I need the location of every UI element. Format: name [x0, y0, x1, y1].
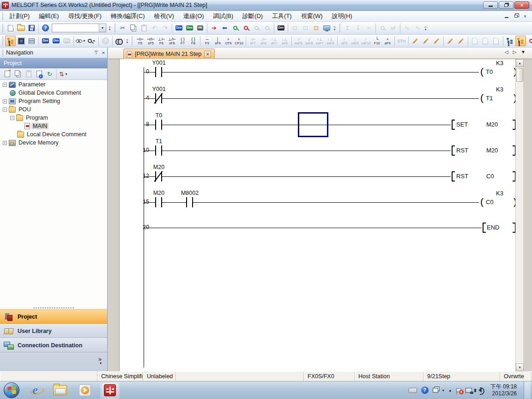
tab-close-icon[interactable]: ×: [204, 51, 211, 58]
document-view-2-button[interactable]: [480, 36, 491, 46]
document-view-3-button[interactable]: [491, 36, 502, 46]
contact-closed[interactable]: [155, 171, 162, 181]
instruction-op[interactable]: SET: [456, 121, 468, 128]
pulse-close-contact-button[interactable]: ↓⊢sF8: [258, 36, 269, 46]
wave-display-1-button[interactable]: ∿: [402, 23, 412, 33]
keyword-combo-dropdown-icon[interactable]: ▼: [99, 24, 106, 32]
tree-item-parameter[interactable]: +Parameter: [0, 80, 107, 89]
tree-expand-icon[interactable]: +: [3, 99, 7, 103]
menu-1[interactable]: 編輯(E): [34, 11, 63, 21]
toolbar-grip[interactable]: [1, 36, 4, 45]
copy-button[interactable]: [128, 23, 139, 33]
taskbar-internet-explorer[interactable]: e: [26, 382, 44, 399]
view-button-project[interactable]: Project: [0, 309, 107, 324]
transfer-setup-1-button[interactable]: ⊡: [290, 23, 300, 33]
cut-button[interactable]: ✂: [117, 23, 128, 33]
write-to-plc-button[interactable]: ➔: [209, 23, 219, 33]
refresh-view-button[interactable]: ↻: [44, 69, 55, 79]
help-tray-icon[interactable]: ?: [421, 387, 429, 394]
menu-grip[interactable]: [1, 12, 4, 19]
restore-button[interactable]: [499, 1, 514, 9]
edit-contact-mode-button[interactable]: [410, 36, 421, 46]
device-write-button[interactable]: Dev: [276, 23, 286, 33]
start-button[interactable]: [4, 382, 19, 398]
save-project-button[interactable]: [26, 23, 37, 33]
tree-item-main[interactable]: MAIN: [0, 122, 107, 130]
tab-list-dropdown-icon[interactable]: ▼: [521, 49, 526, 54]
edit-cursor-box[interactable]: [298, 112, 328, 137]
edit-coil-mode-button[interactable]: [421, 36, 431, 46]
function-block-list-button[interactable]: [26, 36, 37, 46]
tree-expand-icon[interactable]: −: [10, 116, 14, 120]
trace-search-button[interactable]: [377, 23, 388, 33]
toolbar-grip[interactable]: [339, 24, 341, 32]
panel-splitter[interactable]: [0, 306, 107, 309]
menu-4[interactable]: 檢視(V): [150, 11, 179, 21]
menu-7[interactable]: 診斷(D): [238, 11, 267, 21]
tray-dropdown-icon[interactable]: ▾: [442, 388, 444, 393]
taskbar-windows-explorer[interactable]: [51, 382, 69, 399]
navigation-window-button[interactable]: [5, 36, 16, 46]
application-instruction-button[interactable]: { }F8: [188, 36, 199, 46]
pulse-contact-button[interactable]: ↑⊢sF7: [248, 36, 258, 46]
edit-block-mode-button[interactable]: [431, 36, 442, 46]
data-property-button[interactable]: [34, 69, 44, 79]
free-line-button[interactable]: └F10: [372, 36, 382, 46]
falling-input-button[interactable]: ↓caF5: [350, 36, 360, 46]
remote-operation-button[interactable]: [321, 23, 332, 33]
delete-horizontal-line-button[interactable]: ×CF9: [223, 36, 234, 46]
monitor-pause-button[interactable]: [251, 23, 262, 33]
transfer-setup-2-button[interactable]: ⊡: [300, 23, 311, 33]
tree-expand-icon[interactable]: −: [3, 108, 7, 112]
delete-vertical-line-button[interactable]: ×CF10: [234, 36, 244, 46]
toolbar-overflow-button[interactable]: »▾: [423, 23, 428, 33]
sampling-trace-down-button[interactable]: ↧: [353, 23, 363, 33]
device-zoom-button[interactable]: ▼: [86, 36, 97, 46]
navigation-grip[interactable]: [1, 49, 4, 56]
taskbar-clock[interactable]: 下午 09:18 2012/3/26: [488, 383, 520, 397]
instruction-device-label[interactable]: M20: [486, 147, 498, 154]
toolbar-overflow-button[interactable]: »▾: [125, 36, 130, 46]
coil-device-label[interactable]: T0: [486, 68, 493, 75]
more-views-button[interactable]: » ▾: [0, 352, 107, 370]
document-view-1-button[interactable]: [470, 36, 480, 46]
open-branch-button[interactable]: ⊥⊢F6: [156, 36, 167, 46]
instruction-device-label[interactable]: M20: [486, 121, 498, 128]
contact-open[interactable]: [155, 67, 162, 77]
show-desktop-button[interactable]: [524, 381, 530, 399]
device-cc-link-button[interactable]: Dev: [61, 36, 72, 46]
wave-display-2-button[interactable]: ∿: [412, 23, 423, 33]
open-contact-button[interactable]: ⊣⊢F5: [135, 36, 145, 46]
device-find-button[interactable]: Dev: [174, 23, 184, 33]
instruction-op[interactable]: RST: [456, 147, 468, 154]
verify-monitor-stop-button[interactable]: [241, 23, 251, 33]
pulse-not-open-branch-button[interactable]: ↑⊥saF7: [314, 36, 325, 46]
taskbar-gx-works2[interactable]: [101, 382, 119, 399]
edit-comment-button[interactable]: [445, 36, 456, 46]
device-hk-button[interactable]: HK: [195, 23, 206, 33]
device-comment-list-button[interactable]: Dev: [40, 36, 51, 46]
read-from-plc-button[interactable]: ⬅: [219, 23, 230, 33]
tab-scroll-right-icon[interactable]: ▷: [513, 49, 516, 54]
new-project-button[interactable]: [5, 23, 16, 33]
pin-icon[interactable]: ⊤: [92, 49, 100, 56]
toolbar-overflow-button[interactable]: »▾: [332, 23, 337, 33]
module-configuration-button[interactable]: [16, 36, 26, 46]
pulse-close-branch-button[interactable]: ↓⊥aF8: [279, 36, 290, 46]
display-connection-button[interactable]: [505, 36, 515, 46]
tree-item-pou[interactable]: −POU: [0, 105, 107, 114]
input-method-keyboard-icon[interactable]: [409, 388, 417, 393]
delete-free-line-button[interactable]: ×aF9: [382, 36, 393, 46]
tree-item-device-memory[interactable]: +Device Memory: [0, 139, 107, 147]
context-help-button[interactable]: ?: [100, 36, 111, 46]
paste-button[interactable]: [139, 23, 149, 33]
device-monitor-button[interactable]: Dev: [184, 23, 195, 33]
sampling-pulse-button[interactable]: ≈: [363, 23, 374, 33]
menu-6[interactable]: 調試(B): [209, 11, 238, 21]
close-contact-button[interactable]: ⊣∕⊢sF5: [145, 36, 156, 46]
open-project-button[interactable]: [16, 23, 26, 33]
paste-data-button[interactable]: [23, 69, 34, 79]
pulse-not-close-button[interactable]: ↓∕saF6: [304, 36, 314, 46]
close-button[interactable]: ×: [514, 1, 529, 9]
device-batch-replace-button[interactable]: Dev: [51, 36, 61, 46]
